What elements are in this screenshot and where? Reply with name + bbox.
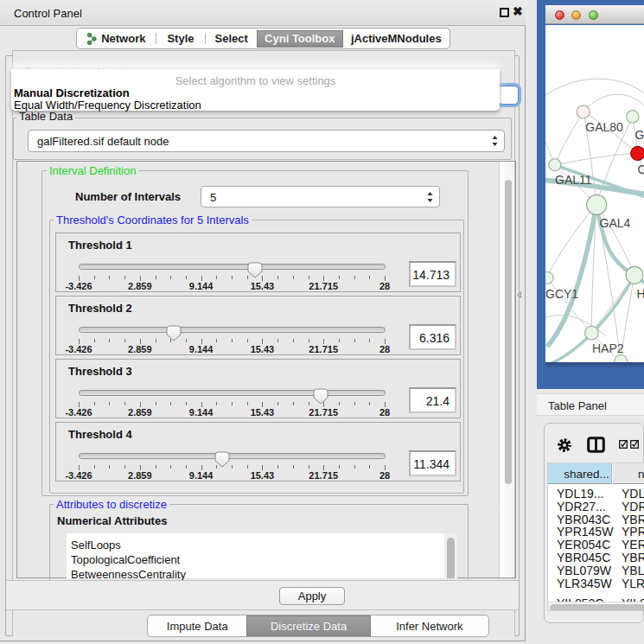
svg-text:GAL4: GAL4 [600, 216, 631, 230]
svg-text:H: H [637, 287, 644, 301]
svg-text:C: C [638, 163, 644, 176]
svg-text:GCY1: GCY1 [545, 287, 578, 301]
svg-text:GA: GA [635, 128, 644, 142]
svg-text:GAL11: GAL11 [555, 173, 592, 187]
svg-text:GAL80: GAL80 [585, 120, 623, 134]
svg-text:HAP2: HAP2 [592, 341, 624, 355]
